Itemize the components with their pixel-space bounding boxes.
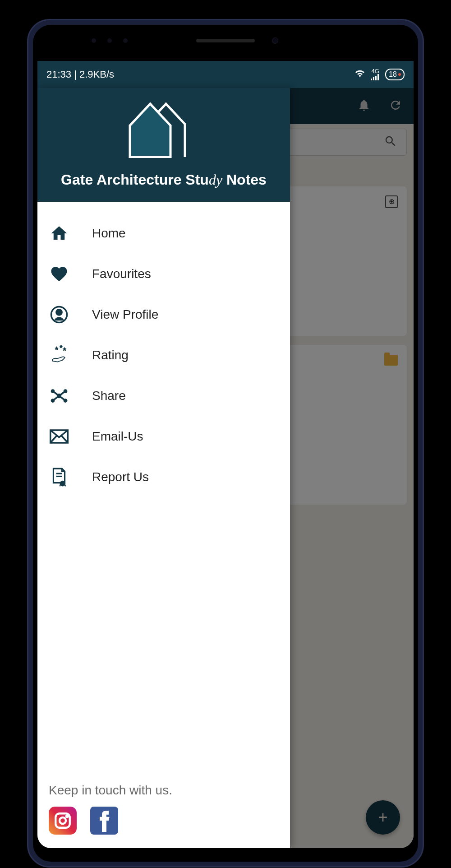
speaker-grille [196, 39, 255, 42]
signal-icon: 4G [371, 68, 380, 80]
menu-label: Email-Us [92, 429, 143, 444]
profile-icon [49, 304, 69, 325]
app-content: AR-GATE HANDWR ORM ⊕ ey from to improve … [37, 88, 414, 848]
share-icon [49, 385, 69, 406]
menu-label: View Profile [92, 307, 158, 322]
svg-rect-2 [375, 76, 377, 80]
svg-point-18 [60, 481, 64, 485]
svg-rect-0 [371, 79, 372, 80]
svg-line-13 [53, 396, 59, 401]
rating-icon [49, 345, 69, 366]
svg-rect-3 [377, 74, 379, 80]
status-left: 21:33 | 2.9KB/s [46, 69, 114, 80]
phone-inner: 21:33 | 2.9KB/s 4G 18 [33, 25, 418, 862]
menu-item-email[interactable]: Email-Us [37, 416, 290, 457]
svg-line-11 [53, 391, 59, 396]
navigation-drawer: Gate Architecture Study Notes Home [37, 88, 290, 848]
drawer-menu: Home Favourites [37, 202, 290, 776]
menu-item-home[interactable]: Home [37, 213, 290, 254]
svg-point-20 [60, 817, 66, 824]
instagram-icon[interactable] [49, 807, 77, 835]
facebook-icon[interactable] [90, 807, 118, 835]
screen: 21:33 | 2.9KB/s 4G 18 [37, 61, 414, 848]
status-speed: 2.9KB/s [79, 69, 114, 80]
title-part2: Notes [222, 172, 267, 188]
menu-item-rating[interactable]: Rating [37, 335, 290, 376]
social-icons [49, 807, 279, 835]
menu-item-profile[interactable]: View Profile [37, 294, 290, 335]
home-icon [49, 223, 69, 244]
phone-body: 21:33 | 2.9KB/s 4G 18 [27, 19, 424, 868]
network-type: 4G [372, 68, 379, 74]
title-part1: Gate Architecture Stu [61, 172, 209, 188]
menu-item-favourites[interactable]: Favourites [37, 254, 290, 294]
phone-frame: 21:33 | 2.9KB/s 4G 18 [9, 9, 442, 868]
wifi-icon [354, 69, 365, 80]
drawer-header: Gate Architecture Study Notes [37, 88, 290, 202]
battery-low-dot [398, 73, 401, 76]
status-bar: 21:33 | 2.9KB/s 4G 18 [37, 61, 414, 88]
menu-label: Share [92, 389, 126, 403]
title-dy: dy [209, 172, 222, 188]
menu-label: Report Us [92, 470, 149, 484]
status-separator: | [74, 69, 79, 80]
battery-level: 18 [389, 70, 397, 79]
drawer-footer: Keep in touch with us. [37, 776, 290, 848]
footer-text: Keep in touch with us. [49, 783, 279, 798]
menu-label: Home [92, 226, 126, 241]
svg-line-12 [59, 391, 65, 396]
phone-hardware-top [33, 25, 418, 56]
email-icon [49, 426, 69, 447]
menu-item-share[interactable]: Share [37, 376, 290, 416]
status-time: 21:33 [46, 69, 71, 80]
svg-point-5 [56, 309, 62, 315]
svg-rect-1 [373, 77, 374, 80]
app-logo [44, 99, 283, 158]
battery-indicator: 18 [385, 69, 405, 80]
svg-point-21 [66, 815, 68, 817]
heart-icon [49, 264, 69, 284]
sensor-dot [107, 38, 112, 43]
menu-label: Favourites [92, 267, 151, 281]
menu-item-report[interactable]: Report Us [37, 457, 290, 497]
menu-label: Rating [92, 348, 129, 362]
sensor-dot [92, 38, 96, 43]
report-icon [49, 467, 69, 487]
sensor-dot [123, 38, 128, 43]
status-right: 4G 18 [354, 68, 405, 80]
drawer-title: Gate Architecture Study Notes [44, 172, 283, 188]
svg-line-14 [59, 396, 65, 401]
front-camera [272, 37, 278, 44]
